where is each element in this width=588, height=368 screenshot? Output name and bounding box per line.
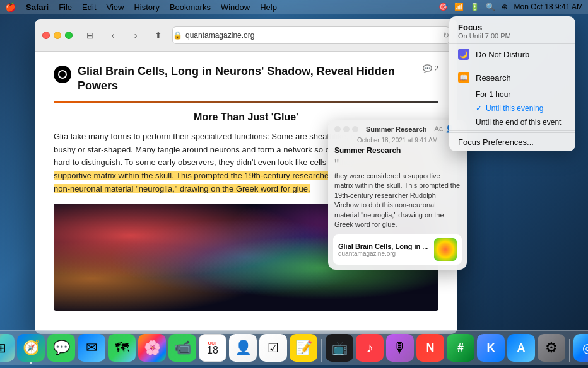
forward-button[interactable]: ›: [127, 26, 144, 44]
quanta-logo: [54, 66, 71, 83]
menubar-left: 🍎 Safari File Edit View History Bookmark…: [5, 2, 277, 12]
history-menu[interactable]: History: [134, 3, 159, 12]
minimize-button[interactable]: [54, 32, 61, 39]
dock-safari[interactable]: 🧭: [17, 334, 45, 362]
focus-preferences[interactable]: Focus Preferences...: [449, 132, 575, 151]
dock-reminders[interactable]: ☑: [259, 334, 287, 362]
fullscreen-button[interactable]: [65, 32, 73, 39]
wifi-icon[interactable]: 📶: [454, 3, 464, 11]
help-menu[interactable]: Help: [260, 3, 277, 12]
dock-facetime[interactable]: 📹: [168, 334, 196, 362]
dock-maps[interactable]: 🗺: [108, 334, 136, 362]
notif-link-thumbnail: [434, 238, 457, 261]
focus-for-1hour[interactable]: For 1 hour: [449, 88, 575, 101]
dock-mail[interactable]: ✉: [78, 334, 105, 362]
focus-menubar-icon[interactable]: 🎯: [438, 3, 448, 11]
comment-count: 2: [434, 64, 438, 73]
dock-systemprefs[interactable]: ⚙: [538, 334, 565, 362]
appstore-icon: A: [517, 342, 526, 355]
bookmarks-menu[interactable]: Bookmarks: [170, 3, 211, 12]
dock-contacts[interactable]: 👤: [229, 334, 257, 362]
notif-date: October 18, 2021 at 9:41 AM: [328, 135, 467, 146]
ntl-2: [343, 126, 350, 132]
launchpad-icon: ⊞: [0, 340, 6, 355]
dock-notes[interactable]: 📝: [290, 334, 317, 362]
file-menu[interactable]: File: [59, 3, 72, 12]
keynote-icon: K: [487, 342, 495, 355]
book-icon: 📖: [458, 72, 469, 83]
address-bar[interactable]: 🔒 quantamagazine.org ↻: [172, 26, 450, 44]
music-icon: ♪: [367, 340, 373, 356]
app-name[interactable]: Safari: [26, 3, 49, 12]
dock: 🔍 ⊞ 🧭 💬 ✉ 🗺 🌸 📹 OCT 18: [0, 330, 588, 365]
focus-until-evening[interactable]: Until this evening: [449, 101, 575, 115]
notif-link-preview[interactable]: Glial Brain Cells, Long in ... quantamag…: [333, 234, 462, 265]
dock-keynote[interactable]: K: [477, 334, 505, 362]
numbers-icon: #: [457, 342, 464, 355]
desktop: 🍎 Safari File Edit View History Bookmark…: [0, 0, 588, 368]
moon-icon: 🌙: [458, 49, 469, 60]
reminders-icon: ☑: [268, 340, 279, 355]
systemprefs-icon: ⚙: [545, 340, 558, 356]
focus-title: Focus: [458, 23, 567, 32]
focus-separator-2: [449, 130, 575, 131]
comment-icon: 💬: [423, 64, 432, 73]
focus-separator-1: [449, 66, 575, 66]
focus-research[interactable]: 📖 Research: [449, 67, 575, 88]
quanta-logo-inner: [58, 70, 67, 79]
window-menu[interactable]: Window: [221, 3, 250, 12]
share-button[interactable]: ⬆: [150, 26, 167, 44]
dock-launchpad[interactable]: ⊞: [0, 334, 15, 362]
menubar-right: 🎯 📶 🔋 🔍 ⊕ Mon Oct 18 9:41 AM: [438, 3, 583, 11]
safari-icon: 🧭: [23, 340, 40, 356]
dock-calendar[interactable]: OCT 18: [199, 334, 226, 362]
calendar-day: 18: [207, 345, 218, 355]
article-title: Glial Brain Cells, Long in Neurons' Shad…: [78, 64, 411, 94]
notif-quote: ": [328, 158, 467, 170]
search-menubar-icon[interactable]: 🔍: [486, 3, 495, 11]
notif-body: they were considered a supportive matrix…: [328, 170, 467, 234]
apple-menu[interactable]: 🍎: [5, 2, 16, 12]
lock-icon: 🔒: [173, 31, 182, 40]
notif-header: Summer Research Aa 👤 »: [328, 120, 467, 135]
datetime-display: Mon Oct 18 9:41 AM: [514, 3, 583, 11]
notif-traffic-lights: [334, 126, 358, 132]
back-button[interactable]: ‹: [104, 26, 122, 44]
dock-separator-2: [569, 339, 570, 362]
messages-icon: 💬: [53, 340, 70, 356]
notif-font-icon[interactable]: Aa: [434, 125, 442, 133]
dock-podcasts[interactable]: 🎙: [386, 334, 414, 362]
reload-button[interactable]: ↻: [443, 31, 449, 40]
photos-icon: 🌸: [144, 340, 161, 356]
url-display: quantamagazine.org: [185, 31, 254, 40]
dock-music[interactable]: ♪: [356, 334, 384, 362]
dock-photos[interactable]: 🌸: [138, 334, 166, 362]
notif-window-title: Summer Research: [362, 125, 430, 133]
notif-link-info: Glial Brain Cells, Long in ... quantamag…: [338, 243, 434, 257]
ntl-1: [334, 126, 341, 132]
notes-icon: 📝: [295, 340, 312, 356]
close-button[interactable]: [42, 32, 50, 39]
dock-appletv[interactable]: 📺: [326, 334, 353, 362]
control-center-icon[interactable]: ⊕: [502, 3, 508, 11]
battery-icon[interactable]: 🔋: [470, 3, 479, 11]
research-label: Research: [476, 73, 511, 83]
sidebar-toggle[interactable]: ⊟: [81, 26, 99, 44]
news-icon: N: [426, 342, 435, 355]
dock-messages[interactable]: 💬: [47, 334, 75, 362]
dock-appstore[interactable]: A: [507, 334, 535, 362]
focus-donotdisturb[interactable]: 🌙 Do Not Disturb: [449, 44, 575, 64]
siri-icon: ◎: [582, 340, 589, 355]
focus-until-event-end[interactable]: Until the end of this event: [449, 115, 575, 129]
podcasts-icon: 🎙: [393, 340, 407, 356]
ntl-3: [352, 126, 358, 132]
article-header: Glial Brain Cells, Long in Neurons' Shad…: [54, 64, 438, 94]
comment-badge: 💬 2: [423, 64, 438, 73]
dock-numbers[interactable]: #: [447, 334, 474, 362]
edit-menu[interactable]: Edit: [82, 3, 96, 12]
dock-siri[interactable]: ◎: [573, 334, 588, 362]
maps-icon: 🗺: [115, 340, 129, 356]
view-menu[interactable]: View: [107, 3, 124, 12]
focus-subtitle: On Until 7:00 PM: [458, 32, 567, 40]
dock-news[interactable]: N: [416, 334, 444, 362]
